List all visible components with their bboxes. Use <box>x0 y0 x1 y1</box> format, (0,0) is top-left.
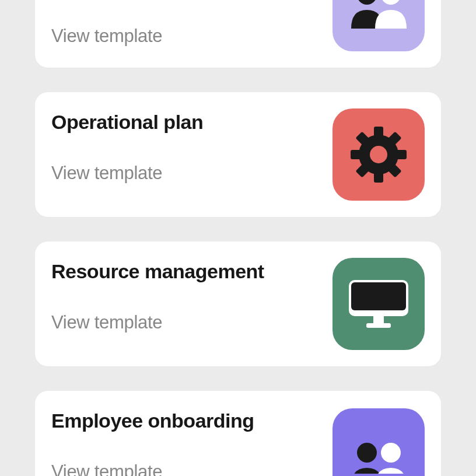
card-icon-tile <box>332 408 425 476</box>
card-title: Resource management <box>51 260 332 283</box>
people-icon <box>346 439 411 474</box>
card-text: Employee onboarding View template <box>51 407 332 476</box>
template-card[interactable]: Operational plan View template <box>35 92 441 217</box>
svg-point-1 <box>381 0 401 5</box>
card-icon-tile <box>332 108 425 201</box>
svg-point-16 <box>357 443 377 463</box>
card-text: Operational plan View template <box>51 108 332 184</box>
gear-icon <box>349 125 408 184</box>
people-icon <box>346 0 411 30</box>
card-text: Resource management View template <box>51 258 332 333</box>
card-icon-tile <box>332 0 425 51</box>
view-template-link[interactable]: View template <box>51 312 332 333</box>
card-icon-tile <box>332 258 425 350</box>
svg-point-17 <box>381 443 401 463</box>
template-card-list: View template Operational plan View temp… <box>0 0 476 476</box>
svg-rect-5 <box>351 150 361 159</box>
view-template-link[interactable]: View template <box>51 163 332 184</box>
svg-rect-13 <box>351 282 406 310</box>
card-title: Employee onboarding <box>51 410 332 432</box>
view-template-link[interactable]: View template <box>51 461 332 476</box>
svg-rect-4 <box>374 172 383 183</box>
svg-point-0 <box>357 0 377 5</box>
view-template-link[interactable]: View template <box>51 26 332 47</box>
svg-point-11 <box>370 146 387 163</box>
svg-rect-14 <box>373 316 384 323</box>
template-card[interactable]: Employee onboarding View template <box>35 391 441 476</box>
template-card[interactable]: Resource management View template <box>35 242 441 366</box>
monitor-icon <box>346 278 411 330</box>
svg-rect-6 <box>396 150 407 159</box>
card-text: View template <box>51 0 332 47</box>
svg-rect-3 <box>374 127 383 137</box>
svg-rect-15 <box>366 323 391 328</box>
template-card[interactable]: View template <box>35 0 441 68</box>
card-title: Operational plan <box>51 111 332 134</box>
